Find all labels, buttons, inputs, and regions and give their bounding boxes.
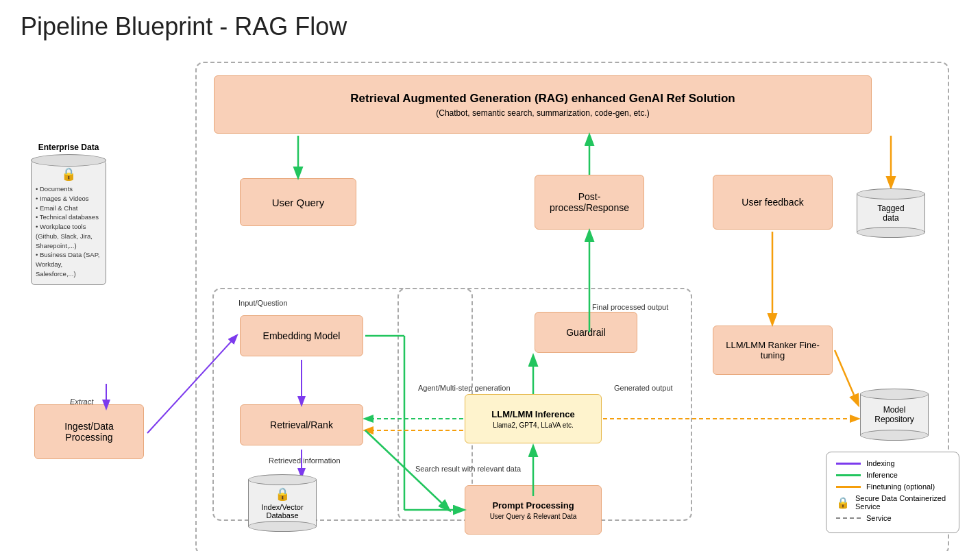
user-query-label: User Query — [272, 197, 325, 208]
embedding-model-label: Embedding Model — [263, 330, 341, 341]
llm-inference-box: LLM/LMM Inference Llama2, GPT4, LLaVA et… — [465, 394, 602, 443]
post-process-label: Post- process/Response — [550, 191, 629, 213]
llm-ranker-label: LLM/LMM Ranker Fine- tuning — [726, 340, 820, 360]
cylinder-body: 🔒 Documents Images & Videos Email & Chat… — [31, 160, 106, 285]
llm-ranker-box: LLM/LMM Ranker Fine- tuning — [713, 326, 833, 375]
llm-inference-sub: Llama2, GPT4, LLaVA etc. — [493, 421, 574, 429]
llm-inference-label: LLM/LMM Inference — [491, 409, 574, 419]
enterprise-list: Documents Images & Videos Email & Chat T… — [36, 184, 101, 279]
label-generated-output: Generated output — [614, 384, 673, 392]
enterprise-list-item: Images & Videos — [36, 194, 101, 204]
enterprise-list-item: Business Data (SAP, Workday, Salesforce,… — [36, 250, 101, 278]
model-repo-bottom — [860, 430, 929, 441]
enterprise-data-label: Enterprise Data — [31, 143, 106, 152]
legend-indexing-label: Indexing — [866, 459, 895, 467]
enterprise-list-item: Documents — [36, 184, 101, 194]
index-vector-db: ⠀ 🔒 Index/Vector Database — [248, 474, 317, 532]
prompt-processing-sub: User Query & Relevant Data — [490, 513, 577, 520]
page-title: Pipeline Blueprint - RAG Flow — [0, 0, 980, 48]
enterprise-list-item: Email & Chat — [36, 204, 101, 213]
legend-finetuning-line — [836, 486, 861, 488]
legend-dashed-label: Service — [866, 514, 892, 522]
enterprise-data-cylinder: 🔒 Documents Images & Videos Email & Chat… — [31, 154, 106, 285]
legend-inference-line — [836, 474, 861, 476]
model-repo-db: Model Repository — [860, 389, 929, 441]
label-input-question: Input/Question — [238, 299, 288, 307]
ingest-data-label: Ingest/Data Processing — [64, 421, 114, 443]
tagged-label: Tagged data — [877, 204, 904, 223]
lock-icon-enterprise: 🔒 — [61, 167, 76, 182]
model-repo-middle: Model Repository — [860, 394, 929, 435]
db-top: ⠀ — [248, 474, 317, 485]
guardrail-label: Guardrail — [566, 327, 606, 338]
legend-secure-label: Secure Data Containerized Service — [855, 494, 949, 511]
ingest-data-box: Ingest/Data Processing — [34, 404, 144, 459]
model-repo-label: Model Repository — [874, 405, 914, 424]
db-bottom — [248, 521, 317, 532]
legend-inference: Inference — [836, 471, 949, 479]
retrieval-rank-box: Retrieval/Rank — [240, 404, 363, 445]
enterprise-list-item: Technical databases — [36, 212, 101, 222]
embedding-model-box: Embedding Model — [240, 315, 363, 356]
tagged-top — [857, 188, 925, 199]
rag-title-text: Retrieval Augmented Generation (RAG) enh… — [350, 92, 735, 106]
retrieval-rank-label: Retrieval/Rank — [270, 419, 333, 430]
cylinder-top — [31, 154, 106, 167]
legend-dashed-line — [836, 517, 861, 519]
tagged-data-db: Tagged data — [857, 188, 925, 238]
label-extract: Extract — [70, 397, 93, 406]
user-feedback-label: User feedback — [742, 197, 803, 208]
user-query-box: User Query — [240, 178, 356, 226]
rag-title-box: Retrieval Augmented Generation (RAG) enh… — [214, 75, 872, 134]
legend-indexing: Indexing — [836, 459, 949, 467]
db-middle: 🔒 Index/Vector Database — [248, 480, 317, 526]
legend-indexing-line — [836, 463, 861, 465]
label-final-processed: Final processed output — [592, 303, 668, 311]
prompt-processing-box: Prompt Processing User Query & Relevant … — [465, 485, 602, 535]
post-process-box: Post- process/Response — [535, 175, 644, 230]
db-label: Index/Vector Database — [261, 503, 303, 519]
legend-secure: 🔒 Secure Data Containerized Service — [836, 494, 949, 511]
legend-finetuning-label: Finetuning (optional) — [866, 482, 935, 491]
lock-icon-db: 🔒 — [275, 487, 290, 502]
legend-inference-label: Inference — [866, 471, 898, 479]
rag-subtitle-text: (Chatbot, semantic search, summarization… — [436, 108, 649, 118]
tagged-bottom — [857, 227, 925, 238]
guardrail-box: Guardrail — [535, 312, 637, 353]
diagram-area: Retrieval Augmented Generation (RAG) enh… — [14, 55, 966, 541]
label-retrieved-info: Retrieved information — [269, 456, 341, 465]
legend-box: Indexing Inference Finetuning (optional)… — [826, 452, 959, 533]
label-search-result: Search result with relevant data — [415, 465, 521, 473]
label-agent-multi: Agent/Multi-step generation — [418, 384, 511, 392]
enterprise-list-item: Workplace tools (Github, Slack, Jira, Sh… — [36, 222, 101, 250]
legend-finetuning: Finetuning (optional) — [836, 482, 949, 491]
legend-lock-icon: 🔒 — [836, 496, 850, 509]
model-repo-top — [860, 389, 929, 400]
legend-dashed: Service — [836, 514, 949, 522]
prompt-processing-label: Prompt Processing — [492, 500, 574, 511]
user-feedback-box: User feedback — [713, 175, 833, 230]
